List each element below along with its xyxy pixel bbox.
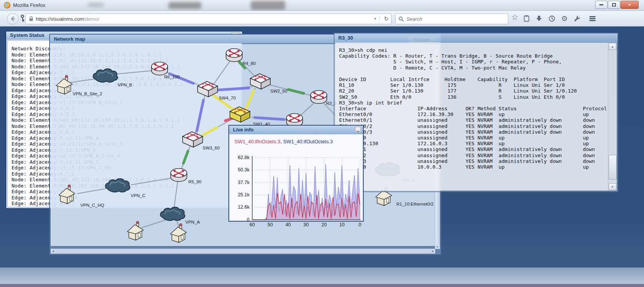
map-node-vpn_b[interactable]	[93, 69, 118, 82]
legend-item: SW1_40:ifInOctets.3	[235, 139, 280, 144]
map-node-label: VPN_B	[118, 83, 132, 87]
map-node-label: VPN_B_Site_2	[73, 91, 102, 96]
search-box[interactable]	[395, 13, 508, 24]
scroll-down-icon[interactable]: ▼	[435, 244, 440, 249]
bookmark-star-icon[interactable]: ☆	[509, 12, 520, 22]
url-dropdown-icon[interactable]: ▼	[373, 17, 378, 21]
glass-smudge	[251, 1, 285, 10]
bookmarks-clipboard-icon[interactable]	[521, 13, 532, 23]
svg-text:62.8k: 62.8k	[238, 155, 250, 160]
live-info-body: SW1_40:ifInOctets.3, SW1_40:ifOutOctets.…	[230, 135, 362, 220]
divider	[379, 15, 380, 22]
map-node-r6_100[interactable]	[151, 62, 168, 75]
svg-text:25.1k: 25.1k	[238, 192, 250, 197]
svg-text:12.6k: 12.6k	[238, 204, 250, 210]
page-footer-band	[0, 267, 644, 284]
map-node-label: VPN_C_HQ	[80, 203, 104, 207]
lock-icon	[29, 16, 33, 22]
r3-30-title: R3_30	[338, 35, 353, 41]
svg-text:30: 30	[303, 222, 309, 227]
map-node-label: VPN_C	[131, 193, 145, 198]
map-node-r3_30[interactable]	[311, 91, 327, 104]
url-path: /demo/	[84, 16, 99, 22]
reload-icon[interactable]: ↻	[381, 15, 391, 22]
scroll-down-icon[interactable]: ▼	[609, 183, 616, 190]
minimize-button[interactable]	[595, 1, 607, 9]
r3-30-window: R3_30 R3_30>sh cdp nei Capability Codes:…	[334, 33, 618, 192]
map-node-vpn_a[interactable]	[160, 207, 185, 221]
svg-text:0: 0	[247, 217, 250, 222]
download-icon[interactable]	[534, 13, 544, 23]
map-node-vpn_c[interactable]	[105, 179, 130, 192]
svg-text:50: 50	[268, 222, 273, 227]
svg-text:10: 10	[339, 222, 344, 227]
close-button[interactable]: ✕	[621, 1, 639, 9]
map-node-label: R1_10:Ethernet0/2	[396, 202, 434, 206]
map-node-r4_80[interactable]	[226, 49, 242, 62]
chart-legend: SW1_40:ifInOctets.3, SW1_40:ifOutOctets.…	[235, 139, 333, 144]
url-host: https://visualnms.com	[36, 16, 84, 22]
map-horizontal-scrollbar[interactable]: ◀ ▶	[51, 249, 435, 254]
scrollbar-thumb[interactable]	[609, 155, 617, 179]
map-node-vpn_a_site_5[interactable]	[127, 221, 143, 240]
window-title: Mozilla Firefox	[13, 2, 45, 8]
scroll-left-icon[interactable]: ◀	[51, 249, 55, 254]
back-arrow-icon	[10, 16, 15, 22]
live-info-title: Live info	[233, 127, 253, 133]
glass-smudge	[168, 2, 201, 9]
svg-text:40: 40	[285, 222, 291, 227]
browser-navbar: https://visualnms.com/demo/ ▼ ↻ ☆	[0, 11, 644, 27]
legend-item: SW1_40:ifOutOctets.3	[283, 139, 333, 144]
search-input[interactable]	[406, 16, 496, 22]
svg-text:0: 0	[359, 222, 361, 227]
r3-30-scrollbar[interactable]: ▲ ▼	[608, 43, 617, 191]
menu-hamburger-icon[interactable]	[587, 13, 598, 23]
browser-titlebar: Mozilla Firefox ✕	[0, 0, 644, 11]
live-info-window: Live info ▁ SW1_40:ifInOctets.3, SW1_40:…	[228, 125, 364, 222]
map-node-vpn_c_hq[interactable]	[59, 185, 75, 204]
map-node-r5_90[interactable]	[171, 169, 187, 182]
network-map-title: Network map	[54, 36, 85, 42]
maximize-button[interactable]	[608, 1, 620, 9]
search-icon	[399, 17, 404, 22]
system-status-title: System Status	[10, 32, 45, 38]
scroll-right-icon[interactable]: ▶	[431, 249, 435, 254]
map-node-label: SW2_50	[270, 89, 287, 93]
svg-text:37.7k: 37.7k	[238, 180, 250, 185]
map-node-label: R5_90	[188, 179, 201, 184]
traffic-chart: 012.6k25.1k37.7k50.3k62.8k6050403020100	[231, 154, 364, 230]
back-button[interactable]	[7, 13, 18, 25]
live-info-titlebar[interactable]: Live info ▁	[229, 126, 363, 134]
map-node-sw2_50[interactable]	[250, 74, 270, 89]
map-node-label: VPN_A	[185, 220, 200, 224]
map-node-label: SW3_60	[203, 146, 220, 150]
svg-text:20: 20	[321, 222, 327, 227]
screen: Mozilla Firefox ✕	[0, 0, 644, 287]
glass-smudge	[88, 3, 104, 7]
desktop-edge	[0, 284, 644, 287]
svg-text:50.3k: 50.3k	[238, 167, 250, 173]
map-node-sw3_60[interactable]	[183, 132, 203, 147]
map-node-vpn_b_site_2[interactable]	[56, 75, 72, 94]
r3-30-terminal-output: R3_30>sh cdp nei Capability Codes: R - R…	[335, 43, 608, 191]
wrench-icon[interactable]	[572, 13, 582, 23]
map-node-label: SW4_70	[219, 96, 236, 100]
firefox-icon	[4, 2, 10, 8]
map-node-label: R4_80	[243, 61, 256, 66]
live-info-minimize-button[interactable]: ▁	[355, 127, 361, 133]
url-bar[interactable]: https://visualnms.com/demo/ ▼ ↻	[25, 13, 391, 24]
history-clock-icon[interactable]	[546, 13, 557, 23]
svg-text:60: 60	[250, 222, 255, 227]
r3-30-titlebar[interactable]: R3_30	[334, 33, 617, 42]
gear-icon[interactable]: ⚙	[559, 13, 570, 23]
scroll-up-icon[interactable]: ▲	[609, 43, 616, 50]
map-node-label: R6_100	[164, 75, 180, 79]
